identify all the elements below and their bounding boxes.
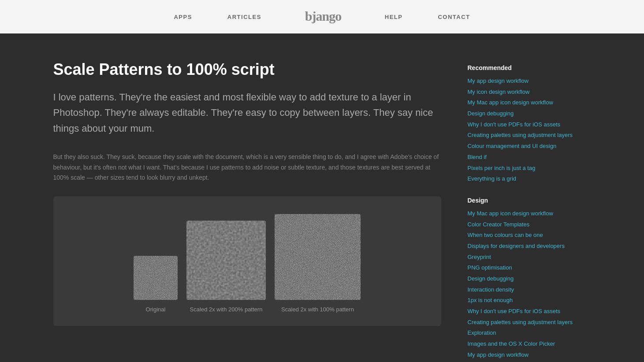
caption-100pct: Scaled 2x with 100% pattern (281, 306, 354, 313)
image-comparison-box: Original S (53, 196, 441, 326)
svg-rect-3 (275, 214, 361, 300)
caption-200pct: Scaled 2x with 200% pattern (190, 306, 263, 313)
sidebar-section-recommended: Recommended My app design workflow My ic… (468, 64, 591, 185)
sidebar-link[interactable]: Creating palettes using adjustment layer… (468, 317, 591, 328)
sidebar-link[interactable]: When two colours can be one (468, 230, 591, 241)
sidebar-link[interactable]: Color Creator Templates (468, 219, 591, 230)
image-item-200pct: Scaled 2x with 200% pattern (186, 221, 266, 313)
sidebar-link[interactable]: PNG optimisation (468, 262, 591, 273)
nav-articles[interactable]: ARTICLES (210, 14, 279, 20)
pattern-image-100pct (275, 214, 361, 300)
sidebar-link[interactable]: My Mac app icon design workflow (468, 208, 591, 219)
sidebar-link[interactable]: Everything is a grid (468, 174, 591, 185)
sidebar-link[interactable]: Creating palettes using adjustment layer… (468, 130, 591, 141)
article-title: Scale Patterns to 100% script (53, 60, 441, 79)
nav-contact[interactable]: CONTACT (420, 14, 488, 20)
sidebar-link[interactable]: My icon design workflow (468, 87, 591, 98)
sidebar: Recommended My app design workflow My ic… (468, 60, 591, 362)
sidebar-link[interactable]: Exploration (468, 328, 591, 339)
svg-rect-2 (186, 221, 266, 300)
nav-apps[interactable]: APPS (156, 14, 209, 20)
nav-help[interactable]: HELP (367, 14, 421, 20)
sidebar-link[interactable]: Pixels per inch is just a tag (468, 163, 591, 174)
sidebar-link[interactable]: Colour management and UI design (468, 141, 591, 152)
sidebar-link[interactable]: Design debugging (468, 108, 591, 119)
sidebar-link[interactable]: My Mac app icon design workflow (468, 97, 591, 108)
article-intro: I love patterns. They're the easiest and… (53, 89, 441, 136)
main-nav: APPS ARTICLES bjango HELP CONTACT (156, 7, 488, 27)
pattern-image-original (134, 256, 178, 300)
sidebar-link[interactable]: My app design workflow (468, 76, 591, 87)
svg-text:bjango: bjango (305, 9, 341, 23)
sidebar-link[interactable]: My icon design workflow (468, 361, 591, 362)
logo[interactable]: bjango (279, 7, 367, 27)
sidebar-link[interactable]: My app design workflow (468, 350, 591, 361)
sidebar-link[interactable]: Design debugging (468, 273, 591, 284)
main-content: Scale Patterns to 100% script I love pat… (36, 33, 609, 362)
caption-original: Original (146, 306, 166, 313)
article: Scale Patterns to 100% script I love pat… (53, 60, 441, 362)
sidebar-section-title-recommended: Recommended (468, 64, 591, 71)
pattern-image-200pct (186, 221, 266, 300)
sidebar-section-title-design: Design (468, 197, 591, 204)
sidebar-link[interactable]: Why I don't use PDFs for iOS assets (468, 306, 591, 317)
image-item-100pct: Scaled 2x with 100% pattern (275, 214, 361, 313)
sidebar-section-design: Design My Mac app icon design workflow C… (468, 197, 591, 362)
logo-svg: bjango (297, 7, 350, 24)
header: APPS ARTICLES bjango HELP CONTACT (0, 0, 644, 33)
sidebar-link[interactable]: Interaction density (468, 284, 591, 296)
svg-rect-1 (134, 256, 178, 300)
sidebar-link[interactable]: Blend if (468, 152, 591, 163)
sidebar-link[interactable]: 1px is not enough (468, 295, 591, 306)
article-body: But they also suck. They suck, because t… (53, 152, 441, 183)
image-item-original: Original (134, 256, 178, 313)
sidebar-link[interactable]: Displays for designers and developers (468, 241, 591, 252)
sidebar-link[interactable]: Greyprint (468, 252, 591, 263)
sidebar-link[interactable]: Images and the OS X Color Picker (468, 339, 591, 350)
sidebar-link[interactable]: Why I don't use PDFs for iOS assets (468, 119, 591, 130)
